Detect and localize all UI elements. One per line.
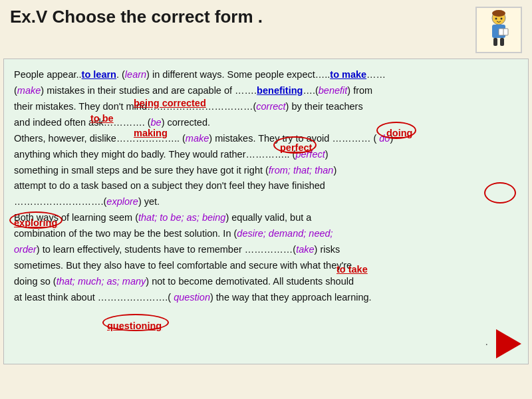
oval-right [484, 182, 516, 203]
next-arrow[interactable] [496, 329, 521, 358]
svg-rect-8 [500, 38, 504, 46]
main-content: People appear..to learn. (learn) in diff… [3, 59, 529, 364]
text-p2a: (make) mistakes in their studies and are… [14, 85, 257, 96]
floating-to-take: to take [336, 262, 368, 278]
answer-benefiting: benefiting [257, 85, 303, 96]
svg-point-3 [501, 18, 503, 20]
opt-benefit: benefit [319, 85, 348, 96]
opt-from: from; that; than [269, 165, 334, 176]
opt-learn: learn [125, 69, 146, 80]
text-p15a: at least think about ………………….( question)… [14, 292, 372, 303]
floating-making: making [134, 126, 168, 142]
text-p1a: People appear.. [14, 69, 82, 80]
opt-order: order [14, 244, 37, 255]
oval-doing [376, 122, 416, 139]
floating-to-be: to be [90, 111, 114, 127]
opt-make2: make [186, 133, 209, 144]
oval-exploring [9, 211, 63, 229]
text-p1d: …… [366, 69, 386, 80]
dot-decoration: . [485, 333, 488, 350]
svg-point-1 [492, 10, 505, 17]
svg-rect-7 [493, 38, 497, 46]
text-p13a: sometimes. But they also have to feel co… [14, 260, 352, 271]
answer-to-make: to make [330, 69, 366, 80]
text-p2c: ….(benefit) from [303, 85, 372, 96]
text-p5a: Others, however, dislike……………….. (make) … [14, 133, 393, 144]
opt-that2: that; much; as; many [57, 276, 146, 287]
header: Ex.V Choose the correct form . [0, 0, 532, 59]
text-p7a: something in small steps and be sure the… [14, 165, 336, 176]
text-p14a: doing so (that; much; as; many) not to b… [14, 276, 354, 287]
opt-make: make [17, 85, 41, 96]
opt-desire: desire; demand; need; [237, 228, 332, 239]
text-p1b: . (learn) in different ways. Some people… [116, 69, 330, 80]
text-p8a: attempt to do a task based on a subject … [14, 180, 325, 191]
text-p11a: combination of the two may be the best s… [14, 228, 333, 239]
opt-that: that; to be; as; being [138, 212, 225, 223]
text-p9a: ……………………….(explore) yet. [14, 196, 160, 207]
oval-perfect [273, 136, 317, 154]
text-p12a: order) to learn effectively, students ha… [14, 244, 340, 255]
answer-to-learn: to learn [82, 69, 116, 80]
oval-questioning [102, 314, 169, 331]
opt-explore: explore [106, 196, 138, 207]
student-icon [475, 7, 522, 53]
floating-being-corrected: being corrected [134, 96, 206, 112]
opt-correct: correct [256, 101, 285, 112]
opt-question: question [174, 292, 210, 303]
page-title: Ex.V Choose the correct form . [10, 7, 263, 27]
svg-point-2 [495, 18, 497, 20]
opt-take: take [296, 244, 314, 255]
